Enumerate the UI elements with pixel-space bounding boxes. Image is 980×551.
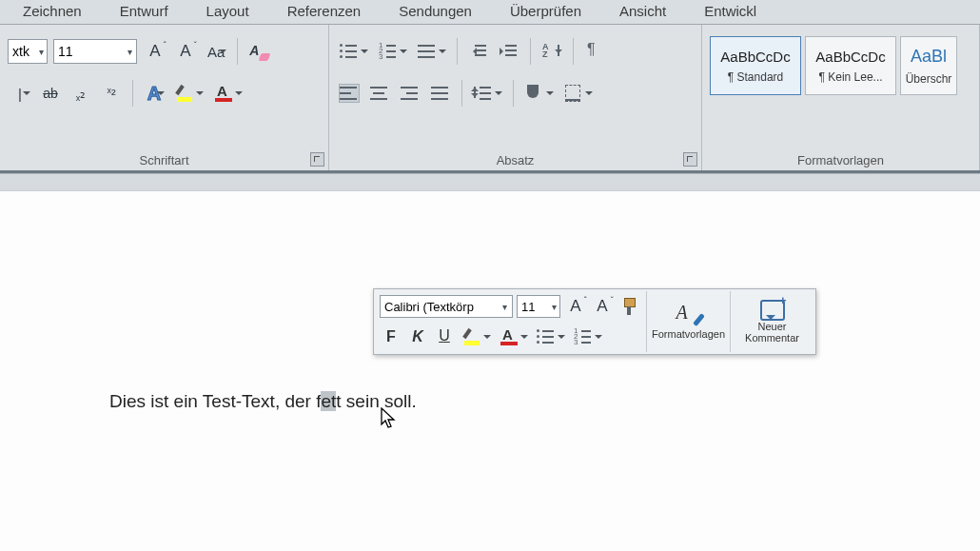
text-effects-icon: A [147, 83, 161, 105]
style-preview: AaBbCcDc [815, 49, 885, 65]
chevron-down-icon[interactable]: ▾ [124, 47, 136, 57]
font-size-input[interactable] [54, 44, 124, 59]
justify-button[interactable] [428, 81, 453, 106]
style-standard[interactable]: AaBbCcDc ¶ Standard [710, 36, 801, 95]
font-color-button[interactable] [211, 81, 245, 106]
mini-bold-button[interactable]: F [380, 325, 402, 348]
mini-font-size-combo[interactable]: ▾ [517, 295, 560, 318]
shading-button[interactable] [522, 81, 556, 106]
style-name: Überschr [906, 72, 952, 86]
show-paragraph-marks-button[interactable] [582, 39, 607, 64]
paragraph-dialog-launcher[interactable] [683, 152, 697, 167]
mini-numbering-button[interactable]: 123 [571, 325, 604, 348]
grow-font-icon: A [570, 297, 580, 316]
mini-font-size-input[interactable] [518, 300, 549, 314]
sort-button[interactable] [539, 39, 564, 64]
group-font: ▾ ▾ A A Aa | ab x₂ x² A Schriftart [0, 25, 329, 170]
grow-font-button[interactable]: A [143, 39, 167, 64]
tab-ueberpruefen[interactable]: Überprüfen [504, 3, 587, 24]
mini-font-color-button[interactable] [497, 325, 530, 348]
bullets-icon [537, 328, 556, 345]
style-name: ¶ Standard [728, 70, 783, 84]
align-center-icon [370, 85, 389, 102]
page[interactable]: Dies ist ein Test-Text, der fett sein so… [0, 191, 980, 551]
clear-formatting-icon [249, 43, 268, 60]
font-color-icon [500, 327, 519, 346]
mini-format-painter-button[interactable] [617, 295, 642, 318]
tab-entwurf[interactable]: Entwurf [114, 3, 174, 24]
style-kein-leerraum[interactable]: AaBbCcDc ¶ Kein Lee... [805, 36, 896, 95]
font-dialog-launcher[interactable] [310, 152, 324, 167]
align-right-button[interactable] [398, 81, 422, 106]
chevron-down-icon[interactable]: ▾ [549, 302, 559, 312]
align-center-button[interactable] [367, 81, 392, 106]
document-text[interactable]: Dies ist ein Test-Text, der fett sein so… [109, 391, 417, 412]
superscript-icon: x² [107, 86, 115, 102]
grow-font-icon: A [149, 42, 160, 61]
highlight-button[interactable] [172, 81, 206, 106]
separator [457, 38, 458, 65]
mini-shrink-font-button[interactable]: A [591, 295, 614, 318]
line-spacing-button[interactable] [471, 81, 504, 106]
mini-font-name-combo[interactable]: ▾ [380, 295, 513, 318]
group-paragraph-label: Absatz [329, 153, 701, 167]
tab-zeichnen[interactable]: Zeichnen [17, 3, 88, 24]
underline-button[interactable]: | [8, 81, 32, 106]
justify-icon [431, 85, 450, 102]
tab-ansicht[interactable]: Ansicht [614, 3, 672, 24]
shrink-font-icon: A [597, 297, 607, 316]
multilevel-list-button[interactable] [415, 39, 448, 64]
mini-italic-button[interactable]: K [406, 325, 429, 348]
superscript-button[interactable]: x² [99, 81, 124, 106]
align-left-button[interactable] [337, 81, 362, 106]
font-color-icon [214, 84, 233, 103]
text-effects-button[interactable]: A [142, 81, 167, 106]
mini-font-name-input[interactable] [381, 300, 499, 314]
increase-indent-button[interactable] [497, 39, 521, 64]
tab-sendungen[interactable]: Sendungen [393, 3, 478, 24]
document-area: Dies ist ein Test-Text, der fett sein so… [0, 173, 980, 551]
text-after: t sein soll. [336, 391, 416, 411]
mini-styles-button[interactable]: Formatvorlagen [646, 291, 730, 352]
shrink-font-button[interactable]: A [173, 39, 198, 64]
borders-button[interactable] [561, 81, 595, 106]
font-name-input[interactable] [9, 44, 36, 59]
mini-highlight-button[interactable] [460, 325, 493, 348]
ribbon-tabs: Zeichnen Entwurf Layout Referenzen Sendu… [0, 0, 980, 25]
chevron-down-icon[interactable]: ▾ [499, 302, 512, 312]
strike-icon: ab [43, 86, 58, 101]
mini-underline-button[interactable]: U [433, 325, 456, 348]
numbering-icon: 123 [379, 43, 398, 60]
chevron-down-icon[interactable]: ▾ [36, 47, 47, 57]
multilevel-icon [418, 43, 437, 60]
increase-indent-icon [500, 43, 519, 60]
separator [461, 80, 462, 107]
highlight-icon [175, 84, 194, 103]
style-name: ¶ Kein Lee... [818, 70, 882, 84]
mini-bullets-button[interactable] [534, 325, 567, 348]
style-preview: AaBbCcDc [720, 49, 790, 65]
highlight-icon [462, 327, 481, 346]
change-case-button[interactable]: Aa [204, 39, 228, 64]
decrease-indent-icon [469, 43, 488, 60]
numbering-button[interactable]: 123 [376, 39, 409, 64]
text-selected: et [321, 391, 336, 411]
tab-referenzen[interactable]: Referenzen [282, 3, 367, 24]
tab-layout[interactable]: Layout [201, 3, 255, 24]
style-ueberschrift[interactable]: AaBl Überschr [900, 36, 957, 95]
tab-entwickler[interactable]: Entwickl [698, 3, 762, 24]
decrease-indent-button[interactable] [466, 39, 491, 64]
clear-formatting-button[interactable] [246, 39, 271, 64]
subscript-icon: x₂ [76, 85, 87, 103]
mini-new-comment-button[interactable]: Neuer Kommentar [730, 291, 813, 352]
mini-grow-font-button[interactable]: A [564, 295, 587, 318]
style-gallery: AaBbCcDc ¶ Standard AaBbCcDc ¶ Kein Lee.… [710, 36, 971, 95]
bullets-button[interactable] [337, 39, 370, 64]
font-name-combo[interactable]: ▾ [8, 39, 48, 64]
separator [513, 80, 514, 107]
strikethrough-button[interactable]: ab [38, 81, 63, 106]
borders-icon [564, 85, 583, 102]
subscript-button[interactable]: x₂ [69, 81, 93, 106]
font-size-combo[interactable]: ▾ [53, 39, 137, 64]
format-painter-icon [620, 298, 639, 315]
